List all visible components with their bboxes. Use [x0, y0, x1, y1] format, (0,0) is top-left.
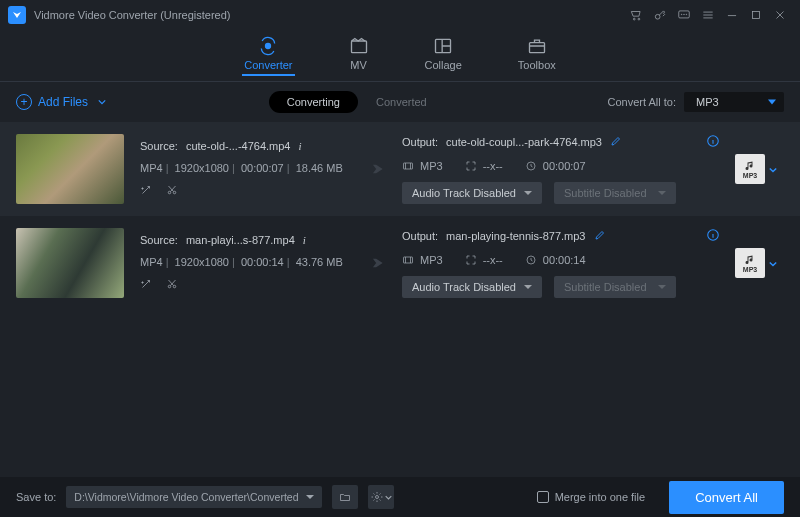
src-duration: 00:00:14: [241, 256, 284, 268]
svg-point-8: [266, 44, 271, 49]
source-line: Source: man-playi...s-877.mp4 i: [140, 234, 344, 246]
pill-converted[interactable]: Converted: [358, 91, 445, 113]
out-format: MP3: [420, 254, 443, 266]
effects-icon[interactable]: [140, 184, 152, 198]
cut-icon[interactable]: [166, 184, 178, 198]
output-line: Output: man-playing-tennis-877.mp3: [402, 228, 720, 244]
tab-collage[interactable]: Collage: [425, 36, 462, 75]
mv-icon: [349, 36, 369, 56]
output-meta: MP3 --x-- 00:00:14: [402, 254, 720, 266]
maximize-button[interactable]: [744, 3, 768, 27]
svg-rect-9: [351, 41, 366, 53]
output-meta: MP3 --x-- 00:00:07: [402, 160, 720, 172]
file-row: Source: man-playi...s-877.mp4 i MP4| 192…: [0, 216, 800, 310]
chevron-down-icon: [769, 160, 777, 178]
key-icon[interactable]: [648, 3, 672, 27]
merge-checkbox[interactable]: Merge into one file: [537, 491, 646, 503]
convert-all-button[interactable]: Convert All: [669, 481, 784, 514]
collage-icon: [433, 36, 453, 56]
src-duration: 00:00:07: [241, 162, 284, 174]
svg-point-18: [173, 285, 176, 288]
src-size: 43.76 MB: [296, 256, 343, 268]
plus-icon: +: [16, 94, 32, 110]
chevron-down-icon: [385, 494, 392, 501]
src-format: MP4: [140, 162, 163, 174]
open-folder-button[interactable]: [332, 485, 358, 509]
svg-point-5: [684, 14, 685, 15]
output-label: Output:: [402, 230, 438, 242]
minimize-button[interactable]: [720, 3, 744, 27]
bottom-bar: Save to: D:\Vidmore\Vidmore Video Conver…: [0, 477, 800, 517]
feedback-icon[interactable]: [672, 3, 696, 27]
source-column: Source: cute-old-...-4764.mp4 i MP4| 192…: [124, 134, 354, 204]
src-resolution: 1920x1080: [175, 162, 229, 174]
menu-icon[interactable]: [696, 3, 720, 27]
main-tabs: Converter MV Collage Toolbox: [0, 30, 800, 82]
app-logo: [8, 6, 26, 24]
tab-toolbox[interactable]: Toolbox: [518, 36, 556, 75]
svg-point-1: [638, 18, 640, 20]
source-filename: man-playi...s-877.mp4: [186, 234, 295, 246]
edit-icon[interactable]: [594, 229, 606, 243]
source-filename: cute-old-...-4764.mp4: [186, 140, 291, 152]
source-label: Source:: [140, 140, 178, 152]
convert-all-to-label: Convert All to:: [608, 96, 676, 108]
tab-label: Collage: [425, 59, 462, 71]
out-resolution: --x--: [483, 254, 503, 266]
tab-label: Converter: [244, 59, 292, 71]
clock-icon: [525, 160, 537, 172]
output-column: Output: cute-old-coupl...-park-4764.mp3 …: [394, 134, 728, 204]
expand-icon: [465, 254, 477, 266]
control-bar: + Add Files Converting Converted Convert…: [0, 82, 800, 122]
tab-converter[interactable]: Converter: [244, 36, 292, 75]
checkbox-icon: [537, 491, 549, 503]
tab-mv[interactable]: MV: [349, 36, 369, 75]
video-icon: [402, 254, 414, 266]
svg-rect-7: [753, 12, 760, 19]
expand-icon: [465, 160, 477, 172]
pill-converting[interactable]: Converting: [269, 91, 358, 113]
src-resolution: 1920x1080: [175, 256, 229, 268]
output-label: Output:: [402, 136, 438, 148]
save-to-label: Save to:: [16, 491, 56, 503]
output-column: Output: man-playing-tennis-877.mp3 MP3 -…: [394, 228, 728, 298]
gear-icon: [371, 491, 383, 503]
app-title: Vidmore Video Converter (Unregistered): [34, 9, 230, 21]
audio-track-dropdown[interactable]: Audio Track Disabled: [402, 182, 542, 204]
close-button[interactable]: [768, 3, 792, 27]
convert-all-to-dropdown[interactable]: MP3: [684, 92, 784, 112]
source-line: Source: cute-old-...-4764.mp4 i: [140, 140, 344, 152]
svg-point-4: [681, 14, 682, 15]
output-format-button[interactable]: MP3: [728, 228, 784, 298]
status-tabs: Converting Converted: [269, 91, 445, 113]
settings-button[interactable]: [368, 485, 394, 509]
cart-icon[interactable]: [624, 3, 648, 27]
edit-icon[interactable]: [610, 135, 622, 149]
music-note-icon: MP3: [735, 154, 765, 184]
svg-rect-15: [404, 163, 413, 169]
info-icon[interactable]: i: [303, 234, 306, 246]
audio-track-dropdown[interactable]: Audio Track Disabled: [402, 276, 542, 298]
track-dropdowns: Audio Track Disabled Subtitle Disabled: [402, 182, 720, 204]
thumbnail[interactable]: [16, 134, 124, 204]
svg-point-13: [173, 191, 176, 194]
chevron-down-icon: [98, 95, 106, 109]
info-icon[interactable]: [706, 134, 720, 150]
thumbnail[interactable]: [16, 228, 124, 298]
output-format-button[interactable]: MP3: [728, 134, 784, 204]
file-row: Source: cute-old-...-4764.mp4 i MP4| 192…: [0, 122, 800, 216]
info-icon[interactable]: [706, 228, 720, 244]
source-tools: [140, 184, 344, 198]
format-badge-label: MP3: [743, 266, 757, 273]
video-icon: [402, 160, 414, 172]
info-icon[interactable]: i: [298, 140, 301, 152]
output-filename: man-playing-tennis-877.mp3: [446, 230, 585, 242]
svg-rect-20: [404, 257, 413, 263]
effects-icon[interactable]: [140, 278, 152, 292]
add-files-button[interactable]: + Add Files: [16, 94, 106, 110]
cut-icon[interactable]: [166, 278, 178, 292]
src-size: 18.46 MB: [296, 162, 343, 174]
save-to-dropdown[interactable]: D:\Vidmore\Vidmore Video Converter\Conve…: [66, 486, 322, 508]
add-files-label: Add Files: [38, 95, 88, 109]
source-column: Source: man-playi...s-877.mp4 i MP4| 192…: [124, 228, 354, 298]
